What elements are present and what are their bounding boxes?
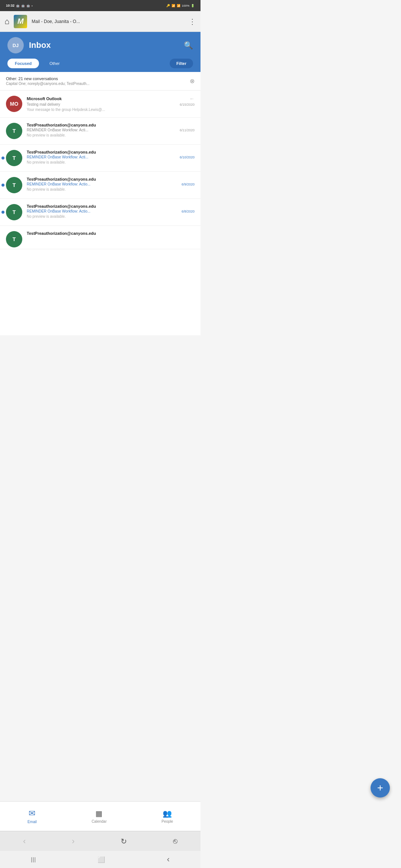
notification-banner: Other: 21 new conversations Capital One;… — [0, 72, 200, 91]
avatar[interactable]: DJ — [7, 37, 24, 53]
email-item-3[interactable]: T TestPreauthorization@canyons.edu REMIN… — [0, 145, 200, 172]
close-notification-button[interactable]: ⊗ — [190, 78, 195, 85]
title-bar: ⌂ M Mail - Doe, Juanita - O... ⋮ — [0, 11, 200, 32]
inbox-title: Inbox — [29, 40, 51, 50]
inbox-top-row: DJ Inbox 🔍 — [7, 37, 193, 53]
email-subject-4: REMINDER OnBase Workflow: Actio... — [27, 182, 179, 186]
email-date-4: 6/9/2020 — [182, 183, 195, 186]
email-sender-6: TestPreauthorization@canyons.edu — [27, 231, 96, 236]
email-preview-2: No preview is available. — [27, 133, 195, 137]
search-button[interactable]: 🔍 — [184, 41, 193, 50]
home-icon[interactable]: ⌂ — [4, 17, 9, 26]
unread-dot-4 — [1, 184, 4, 187]
notification-title: Other: 21 new conversations — [6, 76, 186, 81]
battery-text: 100% — [182, 4, 189, 7]
email-subject-row-3: REMINDER OnBase Workflow: Acti... 6/10/2… — [27, 155, 195, 159]
inbox-header: DJ Inbox 🔍 Focused Other Filter — [0, 32, 200, 72]
email-avatar-6: T — [6, 231, 22, 247]
email-avatar-2: T — [6, 123, 22, 139]
email-body-1: Microsoft Outlook ← Testing mail deliver… — [27, 96, 195, 112]
signal-icon: 📶 — [177, 4, 180, 7]
android-icon-3: 🤖 — [26, 4, 30, 7]
back-icon-1: ← — [189, 96, 195, 102]
email-avatar-1: MO — [6, 96, 22, 112]
tab-focused[interactable]: Focused — [7, 59, 39, 68]
email-avatar-4: T — [6, 177, 22, 193]
android-icon-2: 🤖 — [21, 4, 25, 7]
tabs-row: Focused Other Filter — [7, 59, 193, 72]
status-right: 🔑 📶 📶 100% 🔋 — [166, 4, 195, 7]
email-item-2[interactable]: T TestPreauthorization@canyons.edu REMIN… — [0, 118, 200, 145]
email-subject-3: REMINDER OnBase Workflow: Acti... — [27, 155, 177, 159]
status-time: 10:32 — [6, 4, 14, 7]
email-date-2: 6/11/2020 — [180, 128, 195, 132]
status-left: 10:32 🤖 🤖 🤖 • — [6, 4, 33, 7]
email-preview-5: No preview is available. — [27, 214, 195, 218]
email-sender-3: TestPreauthorization@canyons.edu — [27, 150, 96, 154]
email-subject-row-5: REMINDER OnBase Workflow: Actio... 6/8/2… — [27, 209, 195, 213]
email-subject-row-2: REMINDER OnBase Workflow: Acti... 6/11/2… — [27, 128, 195, 132]
email-body-5: TestPreauthorization@canyons.edu REMINDE… — [27, 204, 195, 218]
email-avatar-3: T — [6, 150, 22, 166]
email-preview-4: No preview is available. — [27, 187, 195, 191]
email-subject-row-4: REMINDER OnBase Workflow: Actio... 6/9/2… — [27, 182, 195, 186]
email-date-3: 6/10/2020 — [180, 155, 195, 159]
wifi-icon: 📶 — [172, 4, 175, 7]
app-logo: M — [14, 15, 27, 28]
email-list: MO Microsoft Outlook ← Testing mail deli… — [0, 91, 200, 335]
email-subject-5: REMINDER OnBase Workflow: Actio... — [27, 209, 179, 213]
dot-indicator: • — [32, 4, 33, 7]
notification-text: Other: 21 new conversations Capital One;… — [6, 76, 186, 86]
android-icon-1: 🤖 — [16, 4, 20, 7]
page-title: Mail - Doe, Juanita - O... — [32, 19, 184, 24]
email-subject-2: REMINDER OnBase Workflow: Acti... — [27, 128, 177, 132]
email-item-4[interactable]: T TestPreauthorization@canyons.edu REMIN… — [0, 172, 200, 199]
unread-dot-5 — [1, 211, 4, 214]
tab-other[interactable]: Other — [42, 59, 67, 68]
email-preview-1: Your message to the group Helpdesk.Lewis… — [27, 108, 195, 112]
email-body-3: TestPreauthorization@canyons.edu REMINDE… — [27, 150, 195, 164]
email-date-1: 6/15/2020 — [180, 103, 195, 106]
status-bar: 10:32 🤖 🤖 🤖 • 🔑 📶 📶 100% 🔋 — [0, 0, 200, 11]
email-item-1[interactable]: MO Microsoft Outlook ← Testing mail deli… — [0, 91, 200, 118]
email-sender-5: TestPreauthorization@canyons.edu — [27, 204, 96, 208]
overflow-menu-button[interactable]: ⋮ — [189, 17, 196, 26]
email-sender-1: Microsoft Outlook — [27, 96, 62, 101]
inbox-left: DJ Inbox — [7, 37, 51, 53]
email-sender-4: TestPreauthorization@canyons.edu — [27, 177, 96, 181]
key-icon: 🔑 — [166, 4, 170, 7]
email-subject-1: Testing mail delivery — [27, 102, 177, 106]
email-sender-2: TestPreauthorization@canyons.edu — [27, 123, 96, 127]
email-body-2: TestPreauthorization@canyons.edu REMINDE… — [27, 123, 195, 137]
email-subject-row-1: Testing mail delivery 6/15/2020 — [27, 102, 195, 106]
email-preview-3: No preview is available. — [27, 160, 195, 164]
email-item-5[interactable]: T TestPreauthorization@canyons.edu REMIN… — [0, 199, 200, 226]
unread-dot-3 — [1, 157, 4, 160]
notification-subtitle: Capital One; noreply@canyons.edu; TestPr… — [6, 82, 186, 86]
filter-button[interactable]: Filter — [170, 59, 193, 68]
email-date-5: 6/8/2020 — [182, 210, 195, 213]
email-item-6[interactable]: T TestPreauthorization@canyons.edu — [0, 226, 200, 249]
battery-icon: 🔋 — [191, 4, 195, 7]
email-body-4: TestPreauthorization@canyons.edu REMINDE… — [27, 177, 195, 191]
email-body-6: TestPreauthorization@canyons.edu — [27, 231, 195, 236]
email-avatar-5: T — [6, 204, 22, 220]
